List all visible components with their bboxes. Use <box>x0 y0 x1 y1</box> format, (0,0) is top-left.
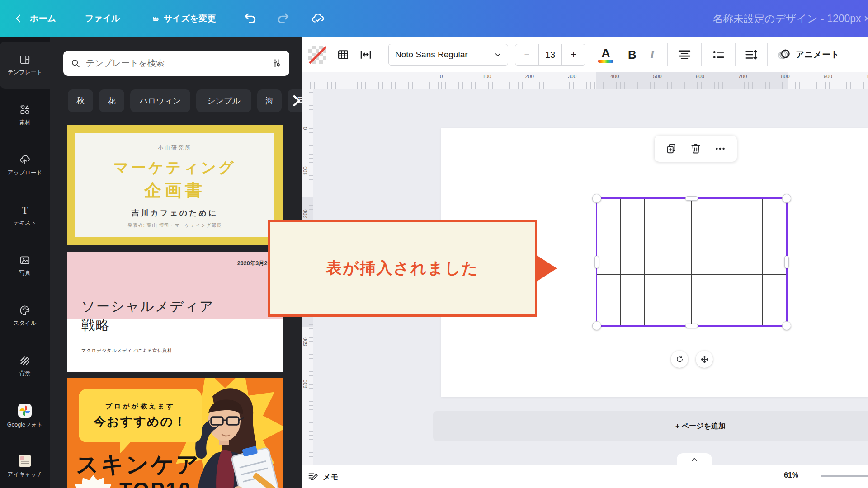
sidebar-item-elements[interactable]: 素材 <box>0 92 50 139</box>
rotate-handle[interactable] <box>671 351 688 368</box>
delete-button[interactable] <box>690 143 702 155</box>
resize-handle-top[interactable] <box>685 196 698 201</box>
table-cell[interactable] <box>621 300 644 325</box>
sidebar-item-templates[interactable]: テンプレート <box>0 42 50 89</box>
table-cell[interactable] <box>692 199 715 224</box>
resize-handle-right[interactable] <box>784 256 789 268</box>
zoom-slider[interactable] <box>821 475 868 477</box>
redo-button[interactable] <box>276 11 290 26</box>
sidebar-item-text[interactable]: T テキスト <box>0 192 50 239</box>
font-size-value[interactable]: 13 <box>538 44 562 65</box>
cloud-save-status[interactable] <box>311 12 325 25</box>
italic-button[interactable]: I <box>650 48 655 61</box>
duplicate-button[interactable] <box>665 143 677 155</box>
table-cell[interactable] <box>763 199 786 224</box>
move-handle[interactable] <box>696 351 713 368</box>
table-cell[interactable] <box>763 300 786 325</box>
table-cell[interactable] <box>621 249 644 275</box>
chips-scroll-right-button[interactable] <box>288 93 302 108</box>
zoom-percentage[interactable]: 61% <box>784 471 798 479</box>
table-cell[interactable] <box>763 224 786 249</box>
text-color-button[interactable]: A <box>598 47 613 63</box>
notes-button[interactable]: メモ <box>307 471 339 482</box>
text-align-button[interactable] <box>678 48 691 61</box>
bold-button[interactable]: B <box>628 48 637 62</box>
bullet-list-button[interactable] <box>712 48 725 61</box>
table-cell[interactable] <box>597 199 621 224</box>
font-family-selector[interactable]: Noto Sans Regular <box>388 44 508 66</box>
resize-handle-bottom-left[interactable] <box>592 321 601 330</box>
sidebar-item-eyecatch[interactable]: アイキャッチ <box>0 443 50 488</box>
line-spacing-button[interactable] <box>745 48 758 61</box>
table-cell[interactable] <box>645 199 668 224</box>
template-search-box[interactable] <box>63 51 289 76</box>
table-cell[interactable] <box>715 300 739 325</box>
font-size-decrease[interactable]: − <box>515 44 538 65</box>
chip-flower[interactable]: 花 <box>99 89 124 112</box>
chip-sea[interactable]: 海 <box>257 89 282 112</box>
table-cell[interactable] <box>692 275 715 300</box>
table-cell[interactable] <box>621 275 644 300</box>
selected-table-element[interactable] <box>596 197 788 327</box>
table-cell[interactable] <box>645 300 668 325</box>
chip-halloween[interactable]: ハロウィン <box>130 89 190 112</box>
table-cell[interactable] <box>668 275 692 300</box>
template-thumb-skincare[interactable]: プロがが教えます 今おすすめの！ スキンケア 前半 TOP10 <box>67 378 283 488</box>
table-cell[interactable] <box>645 224 668 249</box>
home-button[interactable]: ホーム <box>30 13 56 24</box>
add-page-button[interactable]: + ページを追加 <box>433 411 868 441</box>
font-size-increase[interactable]: + <box>562 44 585 65</box>
table-cell[interactable] <box>692 300 715 325</box>
table-cell[interactable] <box>668 249 692 275</box>
animate-button[interactable]: アニメート <box>777 47 840 62</box>
template-thumb-marketing[interactable]: 小山研究所 マーケティング 企画書 吉川カフェのために 発表者: 葉山 博司・マ… <box>67 125 283 245</box>
resize-handle-left[interactable] <box>594 256 599 268</box>
table-settings-button[interactable] <box>335 46 352 63</box>
table-cell[interactable] <box>692 224 715 249</box>
search-input[interactable] <box>86 58 266 68</box>
collapse-pages-tab[interactable] <box>677 453 712 466</box>
table-cell[interactable] <box>668 199 692 224</box>
sidebar-item-uploads[interactable]: アップロード <box>0 142 50 189</box>
table-cell[interactable] <box>739 300 763 325</box>
sidebar-item-photos[interactable]: 写真 <box>0 242 50 289</box>
chip-autumn[interactable]: 秋 <box>68 89 93 112</box>
table-cell[interactable] <box>621 224 644 249</box>
table-cell[interactable] <box>645 275 668 300</box>
table-cell[interactable] <box>715 199 739 224</box>
resize-handle-bottom-right[interactable] <box>782 321 791 330</box>
file-menu-button[interactable]: ファイル <box>85 13 120 24</box>
sidebar-item-styles[interactable]: スタイル <box>0 292 50 339</box>
table-cell[interactable] <box>597 224 621 249</box>
table-cell[interactable] <box>715 249 739 275</box>
filter-sliders-icon[interactable] <box>271 58 282 69</box>
back-button[interactable] <box>14 14 24 23</box>
chip-simple[interactable]: シンプル <box>196 89 251 112</box>
resize-handle-top-left[interactable] <box>592 194 601 203</box>
table-cell[interactable] <box>739 249 763 275</box>
undo-button[interactable] <box>243 11 258 26</box>
table-cell[interactable] <box>597 275 621 300</box>
table-cell[interactable] <box>715 224 739 249</box>
table-cell[interactable] <box>739 275 763 300</box>
spacing-button[interactable] <box>357 46 374 63</box>
table-cell[interactable] <box>763 249 786 275</box>
sidebar-item-google-photos[interactable]: Googleフォト <box>0 393 50 440</box>
table-cell[interactable] <box>597 300 621 325</box>
table-cell[interactable] <box>739 199 763 224</box>
table-cell[interactable] <box>668 300 692 325</box>
table-cell[interactable] <box>692 249 715 275</box>
table-cell[interactable] <box>621 199 644 224</box>
resize-handle-bottom[interactable] <box>685 324 698 328</box>
table-cell[interactable] <box>715 275 739 300</box>
sidebar-item-background[interactable]: 背景 <box>0 343 50 389</box>
resize-button[interactable]: サイズを変更 <box>152 13 216 24</box>
more-options-button[interactable] <box>714 143 726 155</box>
fill-color-swatch[interactable] <box>308 46 326 64</box>
table-cell[interactable] <box>597 249 621 275</box>
table-cell[interactable] <box>645 249 668 275</box>
resize-handle-top-right[interactable] <box>782 194 791 203</box>
table-cell[interactable] <box>763 275 786 300</box>
table-cell[interactable] <box>739 224 763 249</box>
design-title[interactable]: 名称未設定のデザイン - 1200px × 6 <box>712 12 868 26</box>
